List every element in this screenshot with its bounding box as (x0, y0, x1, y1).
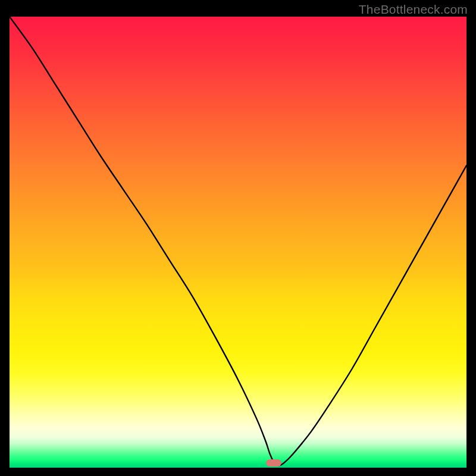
optimal-point-marker (266, 459, 281, 466)
chart-frame (10, 17, 466, 468)
bottleneck-curve-svg (10, 17, 466, 468)
watermark-text: TheBottleneck.com (359, 2, 468, 17)
bottleneck-curve-path (10, 17, 466, 465)
bottom-black-border (0, 468, 476, 476)
